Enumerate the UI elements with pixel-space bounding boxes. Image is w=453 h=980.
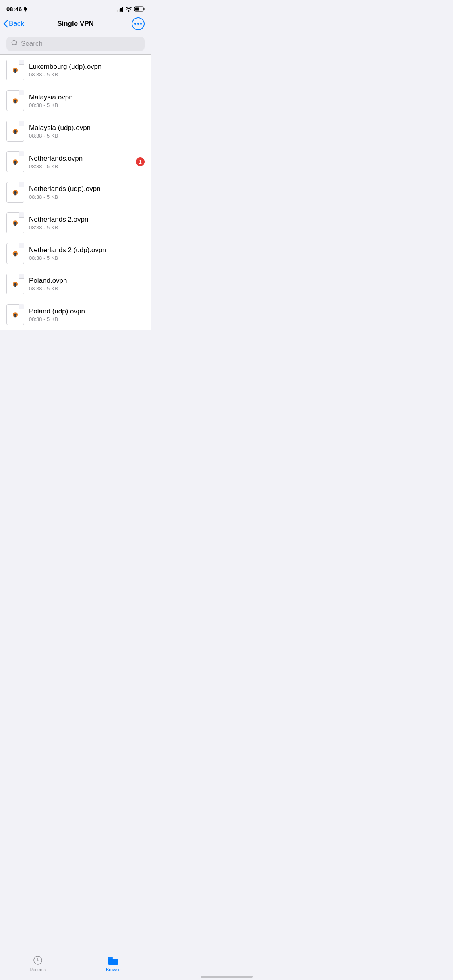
nav-bar: Back Single VPN (0, 14, 151, 33)
list-item[interactable]: Netherlands 2 (udp).ovpn 08:38 - 5 KB (0, 238, 151, 269)
svg-rect-27 (14, 285, 16, 287)
file-name: Netherlands 2.ovpn (29, 216, 145, 224)
ovpn-logo-icon (10, 96, 21, 107)
svg-rect-18 (14, 193, 16, 195)
svg-rect-2 (135, 8, 139, 11)
file-name: Poland.ovpn (29, 277, 145, 285)
file-name: Malaysia (udp).ovpn (29, 124, 145, 132)
more-dots-icon (134, 23, 142, 25)
svg-rect-1 (144, 8, 145, 10)
location-icon (23, 7, 27, 12)
file-meta: 08:38 - 5 KB (29, 102, 145, 108)
file-info: Netherlands 2.ovpn 08:38 - 5 KB (29, 216, 145, 231)
file-page (6, 212, 24, 233)
file-page (6, 304, 24, 325)
ovpn-logo-icon (10, 310, 21, 321)
ovpn-logo-icon (10, 65, 21, 76)
ovpn-logo-icon (10, 126, 21, 138)
file-name: Poland (udp).ovpn (29, 307, 145, 315)
ovpn-logo-icon (10, 218, 21, 229)
file-icon (6, 151, 24, 172)
svg-rect-30 (14, 315, 16, 317)
svg-rect-15 (14, 163, 16, 165)
file-info: Netherlands (udp).ovpn 08:38 - 5 KB (29, 185, 145, 200)
file-icon (6, 304, 24, 325)
svg-rect-21 (14, 224, 16, 226)
file-info: Netherlands.ovpn 08:38 - 5 KB (29, 154, 132, 169)
search-container: Search (0, 33, 151, 54)
file-icon (6, 90, 24, 111)
file-icon (6, 121, 24, 142)
file-info: Poland.ovpn 08:38 - 5 KB (29, 277, 145, 292)
status-bar: 08:46 (0, 0, 151, 14)
list-item[interactable]: Netherlands (udp).ovpn 08:38 - 5 KB (0, 177, 151, 208)
badge: 1 (136, 157, 145, 166)
file-page (6, 90, 24, 111)
file-info: Poland (udp).ovpn 08:38 - 5 KB (29, 307, 145, 322)
svg-rect-9 (14, 101, 16, 103)
file-page (6, 60, 24, 80)
file-page (6, 182, 24, 203)
file-meta: 08:38 - 5 KB (29, 72, 145, 78)
signal-icon (117, 7, 123, 12)
svg-rect-24 (14, 254, 16, 256)
file-name: Netherlands 2 (udp).ovpn (29, 246, 145, 254)
file-page (6, 243, 24, 264)
file-meta: 08:38 - 5 KB (29, 224, 145, 231)
file-page (6, 151, 24, 172)
list-item[interactable]: Luxembourg (udp).ovpn 08:38 - 5 KB (0, 55, 151, 85)
file-meta: 08:38 - 5 KB (29, 163, 132, 169)
ovpn-logo-icon (10, 279, 21, 290)
more-options-button[interactable] (132, 17, 145, 30)
list-item[interactable]: Malaysia (udp).ovpn 08:38 - 5 KB (0, 116, 151, 146)
list-item[interactable]: Malaysia.ovpn 08:38 - 5 KB (0, 85, 151, 116)
file-meta: 08:38 - 5 KB (29, 316, 145, 322)
back-button[interactable]: Back (3, 20, 24, 28)
file-icon (6, 243, 24, 264)
file-name: Netherlands (udp).ovpn (29, 185, 145, 193)
back-label: Back (9, 20, 24, 28)
search-icon (11, 40, 18, 48)
file-info: Malaysia.ovpn 08:38 - 5 KB (29, 93, 145, 108)
file-meta: 08:38 - 5 KB (29, 133, 145, 139)
file-meta: 08:38 - 5 KB (29, 286, 145, 292)
search-placeholder: Search (21, 40, 43, 48)
svg-rect-12 (14, 132, 16, 134)
ovpn-logo-icon (10, 187, 21, 199)
file-page (6, 121, 24, 142)
search-bar[interactable]: Search (6, 37, 145, 51)
status-time: 08:46 (6, 6, 27, 12)
ovpn-logo-icon (10, 157, 21, 168)
battery-icon (134, 6, 145, 12)
back-chevron-icon (3, 20, 8, 28)
page-title: Single VPN (57, 20, 94, 28)
file-meta: 08:38 - 5 KB (29, 194, 145, 200)
list-item[interactable]: Poland.ovpn 08:38 - 5 KB (0, 269, 151, 299)
file-name: Netherlands.ovpn (29, 154, 132, 163)
file-info: Netherlands 2 (udp).ovpn 08:38 - 5 KB (29, 246, 145, 261)
wifi-icon (126, 7, 132, 12)
file-meta: 08:38 - 5 KB (29, 255, 145, 261)
file-name: Malaysia.ovpn (29, 93, 145, 101)
file-name: Luxembourg (udp).ovpn (29, 63, 145, 71)
file-info: Luxembourg (udp).ovpn 08:38 - 5 KB (29, 63, 145, 78)
ovpn-logo-icon (10, 249, 21, 260)
list-item[interactable]: Netherlands.ovpn 08:38 - 5 KB 1 (0, 146, 151, 177)
file-list: Luxembourg (udp).ovpn 08:38 - 5 KB Malay… (0, 55, 151, 330)
file-icon (6, 212, 24, 233)
file-info: Malaysia (udp).ovpn 08:38 - 5 KB (29, 124, 145, 139)
file-list-container: Luxembourg (udp).ovpn 08:38 - 5 KB Malay… (0, 55, 151, 362)
file-page (6, 274, 24, 294)
file-icon (6, 182, 24, 203)
file-icon (6, 274, 24, 294)
status-icons (117, 6, 145, 12)
file-icon (6, 60, 24, 80)
svg-rect-6 (14, 71, 16, 73)
list-item[interactable]: Poland (udp).ovpn 08:38 - 5 KB (0, 299, 151, 330)
list-item[interactable]: Netherlands 2.ovpn 08:38 - 5 KB (0, 208, 151, 238)
